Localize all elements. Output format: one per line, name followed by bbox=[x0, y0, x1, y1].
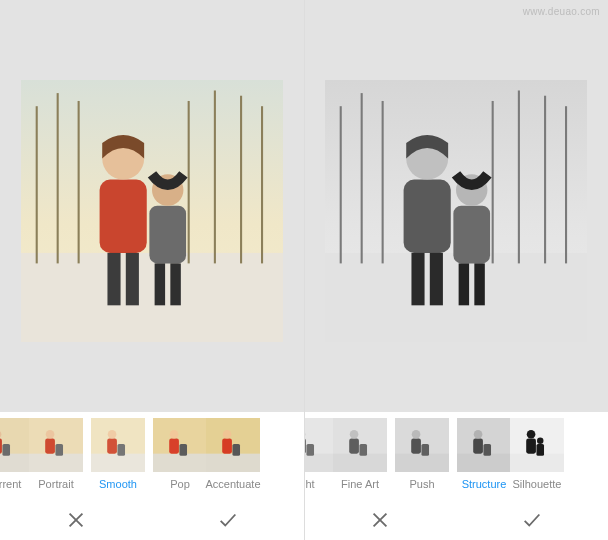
filter-thumb bbox=[153, 418, 207, 472]
svg-point-79 bbox=[474, 430, 483, 439]
filter-thumb bbox=[510, 418, 564, 472]
svg-rect-41 bbox=[232, 444, 240, 456]
apply-button[interactable] bbox=[208, 500, 248, 540]
right-panel: ght Fine Art Push Structure Silhouette bbox=[304, 0, 608, 540]
svg-rect-70 bbox=[359, 444, 367, 456]
filter-push[interactable]: Push bbox=[392, 418, 452, 490]
filter-thumb bbox=[206, 418, 260, 472]
filter-label: ght bbox=[304, 478, 315, 490]
close-icon bbox=[65, 509, 87, 531]
filter-current[interactable]: Current bbox=[0, 418, 24, 490]
svg-rect-31 bbox=[117, 444, 125, 456]
preview-photo-color bbox=[21, 80, 283, 342]
close-icon bbox=[369, 509, 391, 531]
svg-rect-65 bbox=[306, 444, 314, 456]
filter-smooth[interactable]: Smooth bbox=[88, 418, 148, 490]
svg-rect-11 bbox=[107, 253, 120, 305]
filter-strip-right[interactable]: ght Fine Art Push Structure Silhouette bbox=[304, 412, 608, 500]
filter-label: Smooth bbox=[99, 478, 137, 490]
svg-point-35 bbox=[170, 430, 179, 439]
svg-rect-34 bbox=[169, 439, 179, 454]
svg-rect-21 bbox=[2, 444, 10, 456]
svg-rect-60 bbox=[474, 263, 484, 305]
svg-rect-45 bbox=[325, 253, 587, 342]
svg-rect-29 bbox=[107, 439, 117, 454]
filter-pop[interactable]: Pop bbox=[150, 418, 210, 490]
svg-point-30 bbox=[108, 430, 117, 439]
svg-rect-28 bbox=[91, 454, 145, 472]
filter-structure[interactable]: Structure bbox=[454, 418, 514, 490]
svg-rect-24 bbox=[45, 439, 55, 454]
svg-rect-23 bbox=[29, 454, 83, 472]
svg-rect-68 bbox=[349, 439, 359, 454]
svg-rect-80 bbox=[483, 444, 491, 456]
svg-rect-75 bbox=[421, 444, 429, 456]
svg-rect-9 bbox=[100, 180, 147, 253]
filter-label: Accentuate bbox=[205, 478, 260, 490]
svg-point-84 bbox=[527, 430, 536, 439]
svg-rect-59 bbox=[459, 263, 469, 305]
svg-point-40 bbox=[223, 430, 232, 439]
svg-rect-85 bbox=[536, 444, 544, 456]
filter-label: Portrait bbox=[38, 478, 73, 490]
svg-rect-15 bbox=[155, 263, 165, 305]
svg-rect-16 bbox=[170, 263, 180, 305]
svg-rect-82 bbox=[510, 454, 564, 472]
filter-portrait[interactable]: Portrait bbox=[26, 418, 86, 490]
check-icon bbox=[217, 509, 239, 531]
svg-point-74 bbox=[412, 430, 421, 439]
svg-rect-39 bbox=[222, 439, 232, 454]
svg-rect-38 bbox=[206, 454, 260, 472]
filter-label: Fine Art bbox=[341, 478, 379, 490]
svg-rect-36 bbox=[179, 444, 187, 456]
filter-label: Push bbox=[409, 478, 434, 490]
svg-rect-67 bbox=[333, 454, 387, 472]
check-icon bbox=[521, 509, 543, 531]
svg-rect-1 bbox=[21, 253, 283, 342]
svg-point-69 bbox=[350, 430, 359, 439]
svg-rect-78 bbox=[473, 439, 483, 454]
panel-divider bbox=[304, 0, 305, 540]
svg-rect-55 bbox=[411, 253, 424, 305]
preview-area-left[interactable] bbox=[0, 0, 304, 412]
svg-rect-53 bbox=[404, 180, 451, 253]
svg-point-86 bbox=[537, 437, 543, 443]
filter-silhouette[interactable]: Silhouette bbox=[516, 418, 558, 490]
preview-area-right[interactable] bbox=[304, 0, 608, 412]
svg-rect-33 bbox=[153, 454, 207, 472]
filter-thumb bbox=[333, 418, 387, 472]
filter-strip-left[interactable]: Current Portrait Smooth Pop Accentuate bbox=[0, 412, 304, 500]
filter-thumb bbox=[29, 418, 83, 472]
svg-rect-73 bbox=[411, 439, 421, 454]
svg-rect-26 bbox=[55, 444, 63, 456]
app-root: www.deuao.com bbox=[0, 0, 608, 540]
svg-rect-77 bbox=[457, 454, 511, 472]
bottom-bar-right bbox=[304, 500, 608, 540]
svg-rect-12 bbox=[126, 253, 139, 305]
filter-thumb bbox=[457, 418, 511, 472]
svg-rect-72 bbox=[395, 454, 449, 472]
apply-button[interactable] bbox=[512, 500, 552, 540]
filter-thumb bbox=[91, 418, 145, 472]
cancel-button[interactable] bbox=[56, 500, 96, 540]
filter-thumb bbox=[395, 418, 449, 472]
filter-label: Structure bbox=[462, 478, 507, 490]
preview-photo-bw bbox=[325, 80, 587, 342]
svg-rect-19 bbox=[0, 439, 2, 454]
filter-bright[interactable]: ght bbox=[304, 418, 328, 490]
svg-rect-57 bbox=[453, 206, 490, 264]
svg-rect-56 bbox=[430, 253, 443, 305]
filter-accentuate[interactable]: Accentuate bbox=[212, 418, 254, 490]
bottom-bar-left bbox=[0, 500, 304, 540]
cancel-button[interactable] bbox=[360, 500, 400, 540]
filter-label: Pop bbox=[170, 478, 190, 490]
filter-fine-art[interactable]: Fine Art bbox=[330, 418, 390, 490]
svg-rect-13 bbox=[149, 206, 186, 264]
svg-rect-83 bbox=[526, 439, 536, 454]
svg-point-25 bbox=[46, 430, 55, 439]
left-panel: Current Portrait Smooth Pop Accentuate bbox=[0, 0, 304, 540]
filter-label: Current bbox=[0, 478, 21, 490]
filter-label: Silhouette bbox=[513, 478, 562, 490]
